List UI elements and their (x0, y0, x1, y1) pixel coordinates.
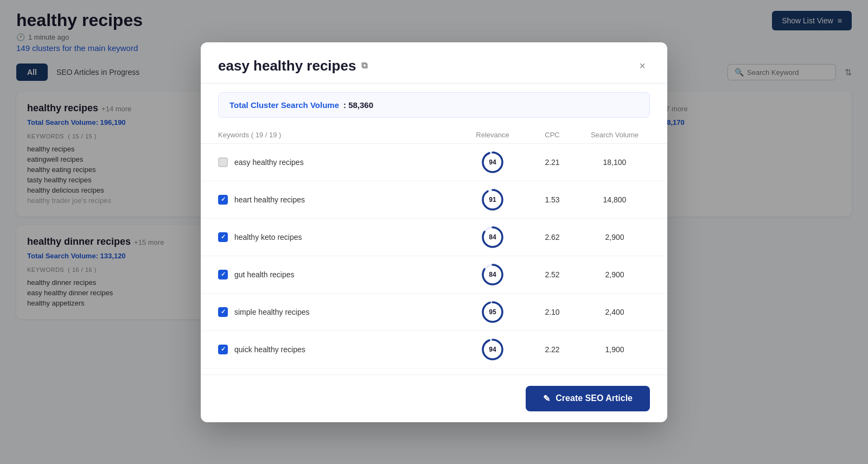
keyword-row: healthy keto recipes 84 2.62 2,900 (201, 219, 667, 256)
keyword-name: simple healthy recipes (234, 308, 310, 316)
keyword-checkbox[interactable] (218, 345, 228, 354)
keyword-row: heart healthy recipes 91 1.53 14,800 (201, 181, 667, 219)
keyword-name: healthy keto recipes (234, 233, 302, 241)
kw-cpc: 2.52 (525, 270, 579, 279)
keyword-checkbox[interactable] (218, 307, 228, 317)
create-icon: ✎ (543, 393, 550, 404)
keyword-checkbox[interactable] (218, 270, 228, 279)
kw-cpc: 2.10 (525, 308, 579, 316)
copy-icon[interactable]: ⧉ (361, 61, 367, 71)
keyword-rows: easy healthy recipes 94 2.21 18,100 hear… (201, 144, 667, 374)
keyword-row: quick healthy recipes 94 2.22 1,900 (201, 331, 667, 368)
col-search-volume: Search Volume (579, 131, 650, 139)
volume-banner: Total Cluster Search Volume : 58,360 (218, 92, 650, 118)
keyword-row: gut health recipes 84 2.52 2,900 (201, 256, 667, 294)
kw-relevance: 91 (460, 188, 525, 212)
kw-cpc: 2.21 (525, 158, 579, 167)
col-relevance: Relevance (460, 131, 525, 139)
gauge-label: 94 (489, 158, 496, 166)
kw-relevance: 95 (460, 300, 525, 324)
volume-banner-value: : 58,360 (343, 100, 373, 110)
gauge-label: 84 (489, 271, 496, 278)
create-label: Create SEO Article (556, 393, 633, 403)
keyword-name: quick healthy recipes (234, 345, 305, 354)
create-seo-button[interactable]: ✎ Create SEO Article (526, 386, 650, 411)
modal-header: easy healthy recipes ⧉ × (201, 42, 667, 84)
kw-search-volume: 1,900 (579, 345, 650, 354)
keyword-checkbox[interactable] (218, 195, 228, 205)
gauge: 94 (481, 338, 505, 361)
keyword-row: simple healthy recipes 95 2.10 2,400 (201, 294, 667, 331)
kw-name-cell: healthy keto recipes (218, 232, 460, 242)
gauge: 84 (481, 225, 505, 249)
gauge-label: 95 (489, 308, 496, 316)
kw-relevance: 94 (460, 338, 525, 361)
gauge-label: 84 (489, 233, 496, 241)
col-keywords: Keywords ( 19 / 19 ) (218, 131, 460, 139)
modal-title-text: easy healthy recipes (218, 58, 356, 74)
kw-cpc: 2.62 (525, 233, 579, 241)
kw-search-volume: 14,800 (579, 195, 650, 204)
kw-name-cell: quick healthy recipes (218, 345, 460, 354)
keyword-name: heart healthy recipes (234, 195, 305, 204)
col-cpc: CPC (525, 131, 579, 139)
kw-cpc: 1.53 (525, 195, 579, 204)
kw-cpc: 2.22 (525, 345, 579, 354)
table-header: Keywords ( 19 / 19 ) Relevance CPC Searc… (201, 126, 667, 144)
kw-search-volume: 2,900 (579, 270, 650, 279)
gauge: 84 (481, 263, 505, 287)
keyword-row: healthy cookbooks 84 2.17 1,900 (201, 368, 667, 374)
keyword-row: easy healthy recipes 94 2.21 18,100 (201, 144, 667, 181)
gauge: 91 (481, 188, 505, 212)
gauge-label: 94 (489, 346, 496, 353)
close-button[interactable]: × (635, 58, 650, 73)
keyword-checkbox[interactable] (218, 157, 228, 167)
kw-relevance: 84 (460, 263, 525, 287)
kw-relevance: 84 (460, 225, 525, 249)
keyword-checkbox[interactable] (218, 232, 228, 242)
kw-name-cell: easy healthy recipes (218, 157, 460, 167)
gauge: 94 (481, 150, 505, 174)
modal-title: easy healthy recipes ⧉ (218, 58, 367, 74)
kw-search-volume: 2,400 (579, 308, 650, 316)
kw-name-cell: simple healthy recipes (218, 307, 460, 317)
modal-footer: ✎ Create SEO Article (201, 374, 667, 422)
kw-relevance: 94 (460, 150, 525, 174)
keyword-name: easy healthy recipes (234, 158, 304, 167)
kw-search-volume: 2,900 (579, 233, 650, 241)
modal: easy healthy recipes ⧉ × Total Cluster S… (201, 42, 667, 422)
kw-name-cell: gut health recipes (218, 270, 460, 279)
kw-name-cell: heart healthy recipes (218, 195, 460, 205)
volume-banner-label: Total Cluster Search Volume (229, 100, 339, 110)
keyword-name: gut health recipes (234, 270, 295, 279)
modal-overlay: easy healthy recipes ⧉ × Total Cluster S… (0, 0, 868, 464)
gauge: 95 (481, 300, 505, 324)
gauge-label: 91 (489, 196, 496, 204)
kw-search-volume: 18,100 (579, 158, 650, 167)
